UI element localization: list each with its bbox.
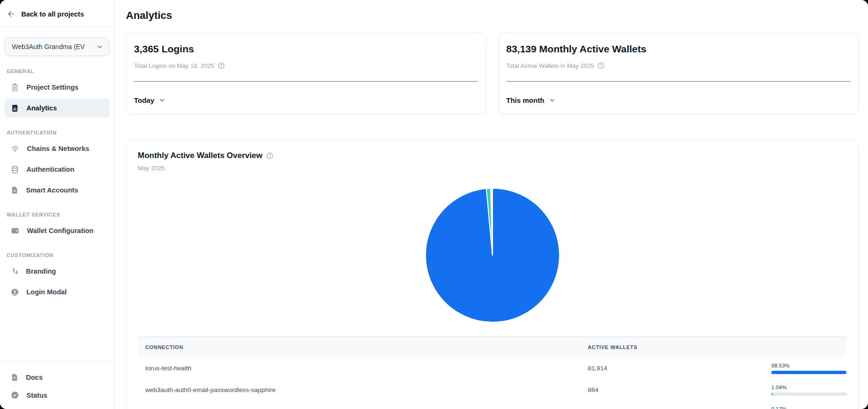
logins-value: 3,365 Logins: [134, 43, 478, 55]
stat-cards-row: 3,365 Logins Total Logins on May 19, 202…: [126, 33, 859, 114]
sidebar-nav: Web3Auth Grandma (EV GENERALProject Sett…: [0, 27, 114, 361]
wallet-icon: [10, 226, 20, 235]
docs-icon: [10, 373, 19, 382]
sidebar-item-label: Status: [26, 392, 47, 399]
active-wallets-subtitle: Total Active Wallets in May 2025: [506, 62, 594, 69]
logins-subtitle: Total Logins on May 19, 2025: [134, 62, 214, 69]
help-icon[interactable]: [266, 152, 274, 159]
sidebar-item-chains-networks[interactable]: Chains & Networks: [5, 139, 109, 158]
back-to-projects-button[interactable]: Back to all projects: [0, 0, 114, 26]
user-circle-icon: [10, 288, 19, 297]
analytics-icon: [10, 104, 19, 113]
overview-subtitle: May 2025: [138, 165, 847, 172]
sidebar-item-label: Project Settings: [26, 83, 78, 91]
share-bar-fill: [771, 392, 773, 396]
share-percent-label: 98.53%: [771, 363, 847, 368]
chevron-down-icon: [96, 43, 103, 50]
sidebar-footer: DocsStatus: [0, 362, 114, 409]
connections-table: CONNECTION ACTIVE WALLETS torus-test-hea…: [138, 336, 847, 409]
section-label-general: GENERAL: [7, 68, 108, 74]
share-cell: 98.53%: [771, 362, 847, 374]
database-icon: [10, 165, 19, 174]
sidebar-item-label: Smart Accounts: [26, 186, 78, 194]
connection-name: torus-test-health: [138, 365, 588, 372]
table-row: web3auth-auth0-email-passwordless-sapphi…: [138, 379, 847, 401]
sidebar-footer-item-docs[interactable]: Docs: [5, 368, 109, 386]
sidebar-item-label: Wallet Configuration: [27, 227, 93, 234]
page-title: Analytics: [126, 9, 859, 22]
column-header-connection: CONNECTION: [138, 344, 588, 350]
share-cell: 0.17%: [771, 405, 847, 409]
active-wallets-count: 81,914: [588, 365, 771, 372]
project-selector-value: Web3Auth Grandma (EV: [12, 43, 85, 50]
sidebar-item-label: Branding: [26, 267, 56, 275]
active-wallets-range-dropdown[interactable]: This month: [506, 96, 556, 104]
main-content: Analytics 3,365 Logins Total Logins on M…: [115, 0, 868, 409]
sidebar-item-label: Authentication: [26, 166, 75, 173]
check-circle-icon: [10, 391, 19, 400]
connection-name: web3auth-auth0-email-passwordless-sapphi…: [138, 386, 588, 393]
sidebar-footer-item-status[interactable]: Status: [5, 386, 109, 404]
sidebar-item-wallet-configuration[interactable]: Wallet Configuration: [5, 221, 109, 240]
logins-chart-baseline: [134, 81, 478, 82]
file-icon: [10, 186, 19, 194]
sidebar-item-project-settings[interactable]: Project Settings: [5, 78, 109, 97]
sidebar-item-label: Docs: [26, 374, 42, 381]
sidebar-item-branding[interactable]: Branding: [5, 262, 109, 281]
column-header-active-wallets: ACTIVE WALLETS: [588, 344, 771, 350]
brush-icon: [10, 267, 19, 275]
connections-table-header: CONNECTION ACTIVE WALLETS: [138, 336, 847, 357]
active-wallets-stat-card: 83,139 Monthly Active Wallets Total Acti…: [498, 33, 859, 114]
share-percent-label: 0.17%: [771, 406, 847, 409]
section-label-wallet-services: WALLET SERVICES: [7, 212, 108, 217]
active-wallets-count: 864: [588, 386, 771, 393]
sidebar-item-authentication[interactable]: Authentication: [5, 160, 109, 179]
sidebar-item-label: Chains & Networks: [27, 145, 89, 152]
sidebar: Back to all projects Web3Auth Grandma (E…: [0, 0, 115, 409]
section-label-authentication: AUTHENTICATION: [7, 130, 108, 135]
arrow-left-icon: [7, 9, 16, 18]
overview-title: Monthly Active Wallets Overview: [138, 151, 262, 160]
monthly-active-wallets-overview-card: Monthly Active Wallets Overview May 2025…: [126, 140, 859, 409]
section-label-customization: CUSTOMIZATION: [7, 252, 108, 258]
active-wallets-chart-baseline: [506, 81, 851, 82]
back-to-projects-label: Back to all projects: [21, 10, 84, 18]
share-bar-track: [771, 371, 847, 374]
sidebar-item-smart-accounts[interactable]: Smart Accounts: [5, 181, 109, 200]
share-percent-label: 1.04%: [771, 384, 847, 390]
sidebar-item-label: Analytics: [26, 104, 57, 112]
active-wallets-range-label: This month: [506, 96, 544, 104]
table-row: torus-test-health81,91498.53%: [138, 357, 847, 379]
sidebar-item-label: Login Modal: [26, 288, 67, 296]
wifi-icon: [10, 144, 20, 153]
help-icon[interactable]: [597, 62, 605, 69]
logins-range-label: Today: [134, 96, 154, 104]
help-icon[interactable]: [217, 62, 225, 69]
share-cell: 1.04%: [771, 384, 847, 396]
chevron-down-icon: [159, 97, 166, 104]
active-wallets-pie-chart: [138, 186, 847, 323]
clipboard-icon: [10, 83, 19, 92]
sidebar-item-login-modal[interactable]: Login Modal: [5, 283, 109, 301]
app-window: Back to all projects Web3Auth Grandma (E…: [0, 0, 868, 409]
share-bar-track: [771, 392, 847, 396]
logins-stat-card: 3,365 Logins Total Logins on May 19, 202…: [126, 33, 486, 114]
chevron-down-icon: [549, 97, 556, 104]
sidebar-item-analytics[interactable]: Analytics: [5, 99, 109, 117]
share-bar-fill: [771, 371, 846, 374]
project-selector-dropdown[interactable]: Web3Auth Grandma (EV: [5, 37, 109, 56]
table-row: web3auth-google-sapphire1450.17%: [138, 401, 847, 409]
logins-range-dropdown[interactable]: Today: [134, 96, 166, 104]
active-wallets-value: 83,139 Monthly Active Wallets: [506, 43, 851, 55]
